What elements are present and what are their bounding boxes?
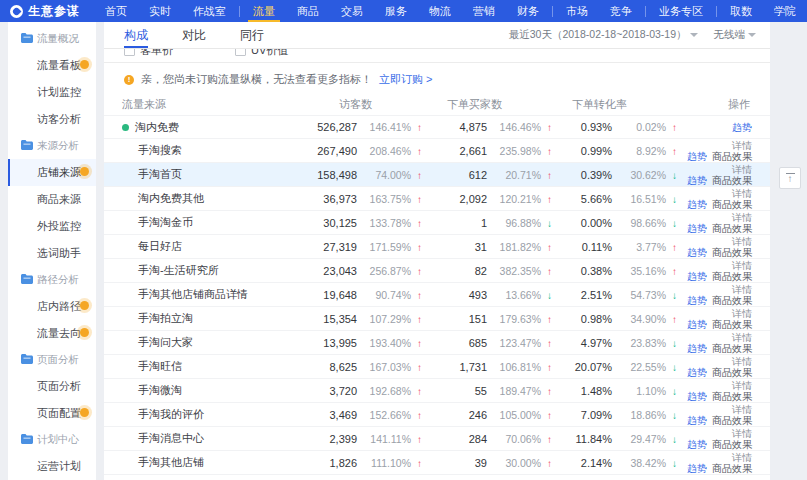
tab-对比[interactable]: 对比 [182, 22, 206, 48]
product-effect-link[interactable]: 商品效果 [712, 391, 752, 402]
detail-link[interactable]: 详情 [732, 308, 752, 319]
trend-link[interactable]: 趋势 [687, 175, 707, 186]
app-logo[interactable]: 生意参谋 [0, 0, 94, 22]
table-row[interactable]: 每日好店27,319171.59%↑31181.82%↑0.11%3.77%↑详… [104, 234, 770, 258]
nav-item-竞争[interactable]: 竞争 [599, 0, 643, 22]
detail-link[interactable]: 详情 [732, 356, 752, 367]
sidebar-item-计划监控[interactable]: 计划监控 [8, 79, 96, 106]
ops-cell: 详情趋势商品效果 [677, 163, 752, 186]
nav-item-取数[interactable]: 取数 [719, 0, 763, 22]
table-row[interactable]: 手淘问大家13,995193.40%↑685123.47%↑4.97%23.83… [104, 330, 770, 354]
nav-item-物流[interactable]: 物流 [418, 0, 462, 22]
sidebar-item-访客分析[interactable]: 访客分析 [8, 106, 96, 133]
product-effect-link[interactable]: 商品效果 [712, 223, 752, 234]
trend-link[interactable]: 趋势 [687, 367, 707, 378]
table-row[interactable]: 手淘-生活研究所23,043256.87%↑82382.35%↑0.38%35.… [104, 258, 770, 282]
checkbox-客单价[interactable]: 客单价 [124, 49, 173, 58]
product-effect-link[interactable]: 商品效果 [712, 343, 752, 354]
trend-link[interactable]: 趋势 [687, 439, 707, 450]
detail-link[interactable]: 详情 [732, 260, 752, 271]
product-effect-link[interactable]: 商品效果 [712, 319, 752, 330]
nav-item-首页[interactable]: 首页 [94, 0, 138, 22]
back-to-top-button[interactable]: ↑ [779, 167, 801, 189]
date-range-select[interactable]: 最近30天（2018-02-18~2018-03-19） [509, 28, 698, 42]
product-effect-link[interactable]: 商品效果 [712, 271, 752, 282]
subscribe-link[interactable]: 立即订购 > [379, 72, 432, 87]
product-effect-link[interactable]: 商品效果 [712, 175, 752, 186]
product-effect-link[interactable]: 商品效果 [712, 463, 752, 474]
table-row-partial[interactable]: 详情 [104, 474, 770, 480]
trend-link[interactable]: 趋势 [687, 343, 707, 354]
table-row[interactable]: 手淘微淘3,720192.68%↑55189.47%↑1.48%1.10%↓详情… [104, 378, 770, 402]
nav-item-作战室[interactable]: 作战室 [182, 0, 237, 22]
sidebar-item-流量去向[interactable]: 流量去向 [8, 320, 96, 347]
nav-item-交易[interactable]: 交易 [330, 0, 374, 22]
product-effect-link[interactable]: 商品效果 [712, 151, 752, 162]
sidebar-item-店内路径[interactable]: 店内路径 [8, 293, 96, 320]
tab-构成[interactable]: 构成 [124, 22, 148, 48]
detail-link[interactable]: 详情 [732, 380, 752, 391]
trend-link[interactable]: 趋势 [687, 223, 707, 234]
nav-divider [552, 6, 553, 17]
trend-link[interactable]: 趋势 [732, 122, 752, 133]
sidebar-item-商品来源[interactable]: 商品来源 [8, 186, 96, 213]
table-row[interactable]: 手淘搜索267,490208.46%↑2,661235.98%↑0.99%8.9… [104, 138, 770, 162]
sidebar-item-运营计划[interactable]: 运营计划 [8, 453, 96, 480]
table-row[interactable]: 手淘淘金币30,125133.78%↑196.88%↓0.00%98.66%↓详… [104, 210, 770, 234]
detail-link[interactable]: 详情 [732, 236, 752, 247]
nav-item-学院[interactable]: 学院 [763, 0, 807, 22]
detail-link[interactable]: 详情 [732, 164, 752, 175]
nav-item-流量[interactable]: 流量 [242, 0, 286, 22]
nav-item-营销[interactable]: 营销 [462, 0, 506, 22]
detail-link[interactable]: 详情 [732, 212, 752, 223]
nav-item-服务[interactable]: 服务 [374, 0, 418, 22]
tab-同行[interactable]: 同行 [240, 22, 264, 48]
trend-link[interactable]: 趋势 [687, 199, 707, 210]
detail-link[interactable]: 详情 [732, 332, 752, 343]
trend-link[interactable]: 趋势 [687, 463, 707, 474]
table-row[interactable]: 手淘旺信8,625167.03%↑1,731106.81%↑20.07%22.5… [104, 354, 770, 378]
product-effect-link[interactable]: 商品效果 [712, 439, 752, 450]
trend-link[interactable]: 趋势 [687, 295, 707, 306]
source-name: 手淘我的评价 [138, 407, 204, 422]
checkbox-UV价值[interactable]: UV价值 [235, 49, 288, 58]
detail-link[interactable]: 详情 [732, 284, 752, 295]
trend-link[interactable]: 趋势 [687, 319, 707, 330]
product-effect-link[interactable]: 商品效果 [712, 367, 752, 378]
table-row[interactable]: 手淘其他店铺1,826111.10%↑3930.00%↑2.14%38.42%↓… [104, 450, 770, 474]
table-row[interactable]: 手淘我的评价3,469152.66%↑246105.00%↑7.09%18.86… [104, 402, 770, 426]
product-effect-link[interactable]: 商品效果 [712, 415, 752, 426]
table-row[interactable]: 手淘其他店铺商品详情19,64890.74%↑49313.66%↓2.51%54… [104, 282, 770, 306]
product-effect-link[interactable]: 商品效果 [712, 247, 752, 258]
table-row[interactable]: 手淘消息中心2,399141.11%↑28470.06%↑11.84%29.47… [104, 426, 770, 450]
product-effect-link[interactable]: 商品效果 [712, 295, 752, 306]
table-row[interactable]: 手淘拍立淘15,354107.29%↑151179.63%↑0.98%34.90… [104, 306, 770, 330]
trend-link[interactable]: 趋势 [687, 151, 707, 162]
detail-link[interactable]: 详情 [732, 452, 752, 463]
trend-link[interactable]: 趋势 [687, 247, 707, 258]
detail-link[interactable]: 详情 [732, 140, 752, 151]
nav-item-财务[interactable]: 财务 [506, 0, 550, 22]
metric-change: 38.42% [612, 457, 666, 469]
device-select[interactable]: 无线端 [714, 28, 757, 42]
nav-item-商品[interactable]: 商品 [286, 0, 330, 22]
table-row[interactable]: 淘内免费526,287146.41%↑4,875146.46%↑0.93%0.0… [104, 115, 770, 138]
table-row[interactable]: 手淘首页158,49874.00%↑61220.71%↑0.39%30.62%↓… [104, 162, 770, 186]
table-row[interactable]: 淘内免费其他36,973163.75%↑2,092120.21%↑5.66%16… [104, 186, 770, 210]
detail-link[interactable]: 详情 [732, 428, 752, 439]
nav-item-市场[interactable]: 市场 [555, 0, 599, 22]
detail-link[interactable]: 详情 [732, 404, 752, 415]
trend-link[interactable]: 趋势 [687, 415, 707, 426]
sidebar-item-店铺来源[interactable]: 店铺来源 [8, 159, 96, 186]
detail-link[interactable]: 详情 [732, 188, 752, 199]
product-effect-link[interactable]: 商品效果 [712, 199, 752, 210]
nav-item-业务专区[interactable]: 业务专区 [648, 0, 714, 22]
sidebar-item-流量看板[interactable]: 流量看板 [8, 52, 96, 79]
trend-link[interactable]: 趋势 [687, 391, 707, 402]
sidebar-item-页面分析[interactable]: 页面分析 [8, 373, 96, 400]
sidebar-item-选词助手[interactable]: 选词助手 [8, 240, 96, 267]
trend-link[interactable]: 趋势 [687, 271, 707, 282]
sidebar-item-外投监控[interactable]: 外投监控 [8, 213, 96, 240]
nav-item-实时[interactable]: 实时 [138, 0, 182, 22]
sidebar-item-页面配置[interactable]: 页面配置 [8, 400, 96, 427]
